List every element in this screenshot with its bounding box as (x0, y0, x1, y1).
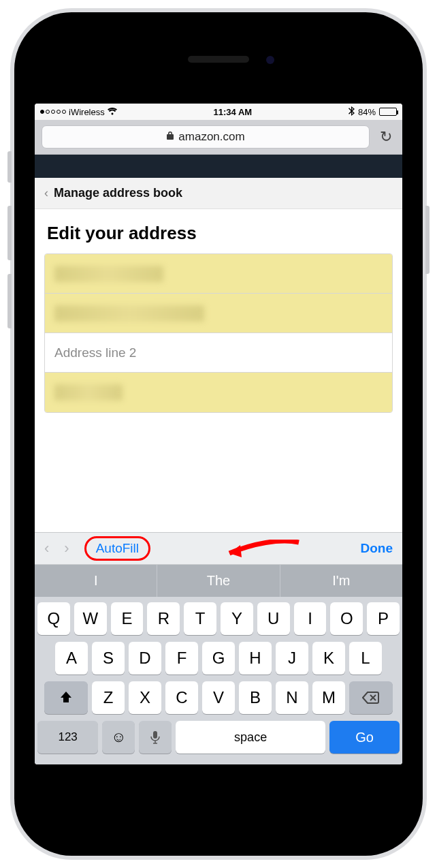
prediction-1[interactable]: I (35, 565, 157, 597)
key-m[interactable]: M (312, 681, 345, 714)
key-n[interactable]: N (276, 681, 308, 714)
address-form: Address line 2 (44, 253, 393, 413)
browser-url-bar[interactable]: amazon.com ↻ (35, 120, 402, 155)
key-f[interactable]: F (165, 642, 198, 675)
key-j[interactable]: J (276, 642, 308, 675)
breadcrumb-label: Manage address book (54, 186, 182, 200)
emoji-key[interactable]: ☺ (102, 721, 135, 754)
status-bar: iWireless 11:34 AM 84% (35, 104, 402, 120)
key-y[interactable]: Y (221, 602, 253, 635)
reload-button[interactable]: ↻ (376, 128, 395, 146)
keyboard-row-3: Z X C V B N M (37, 681, 400, 714)
lock-icon (166, 130, 174, 144)
url-field[interactable]: amazon.com (42, 125, 370, 149)
keyboard-accessory-bar: ‹ › AutoFill Done (35, 532, 402, 565)
signal-strength-icon (40, 110, 66, 114)
address-line2-field[interactable]: Address line 2 (45, 333, 392, 373)
autofill-button[interactable]: AutoFill (84, 536, 150, 561)
wifi-icon (108, 107, 117, 117)
city-field[interactable] (45, 373, 392, 412)
space-key[interactable]: space (176, 721, 325, 754)
breadcrumb-back[interactable]: ‹ Manage address book (35, 178, 402, 209)
chevron-left-icon: ‹ (44, 186, 48, 200)
battery-percent: 84% (358, 107, 376, 117)
svg-rect-0 (153, 731, 157, 739)
keyboard-row-4: 123 ☺ space Go (37, 721, 400, 754)
key-i[interactable]: I (294, 602, 327, 635)
name-field[interactable] (45, 254, 392, 294)
key-u[interactable]: U (257, 602, 290, 635)
key-l[interactable]: L (349, 642, 382, 675)
key-e[interactable]: E (111, 602, 144, 635)
keyboard: Q W E R T Y U I O P A S D (35, 597, 402, 764)
screen: iWireless 11:34 AM 84% (35, 104, 402, 764)
key-z[interactable]: Z (92, 681, 125, 714)
prediction-2[interactable]: The (157, 565, 280, 597)
go-key[interactable]: Go (329, 721, 400, 754)
clock: 11:34 AM (117, 107, 349, 117)
key-k[interactable]: K (312, 642, 345, 675)
prediction-3[interactable]: I'm (280, 565, 402, 597)
key-p[interactable]: P (367, 602, 400, 635)
key-g[interactable]: G (202, 642, 235, 675)
key-x[interactable]: X (129, 681, 161, 714)
annotation-arrow (225, 540, 300, 559)
key-c[interactable]: C (165, 681, 198, 714)
key-a[interactable]: A (55, 642, 88, 675)
web-page: ‹ Manage address book Edit your address … (35, 155, 402, 532)
phone-frame: iWireless 11:34 AM 84% (10, 8, 427, 860)
site-header-banner (35, 155, 402, 178)
predictive-row: I The I'm (35, 565, 402, 597)
key-w[interactable]: W (74, 602, 107, 635)
address-line2-placeholder: Address line 2 (54, 345, 136, 360)
keyboard-row-1: Q W E R T Y U I O P (37, 602, 400, 635)
keyboard-row-2: A S D F G H J K L (37, 642, 400, 675)
numbers-key[interactable]: 123 (37, 721, 98, 754)
next-field-button[interactable]: › (64, 540, 69, 557)
key-t[interactable]: T (184, 602, 216, 635)
page-title: Edit your address (35, 209, 402, 253)
key-v[interactable]: V (202, 681, 235, 714)
done-button[interactable]: Done (361, 541, 393, 556)
shift-key[interactable] (44, 681, 88, 714)
url-domain: amazon.com (178, 130, 244, 144)
key-h[interactable]: H (239, 642, 272, 675)
carrier-label: iWireless (69, 107, 105, 117)
key-d[interactable]: D (129, 642, 161, 675)
key-q[interactable]: Q (37, 602, 70, 635)
key-r[interactable]: R (147, 602, 180, 635)
key-b[interactable]: B (239, 681, 272, 714)
key-s[interactable]: S (92, 642, 125, 675)
dictation-key[interactable] (139, 721, 172, 754)
bluetooth-icon (349, 106, 355, 118)
address-line1-field[interactable] (45, 294, 392, 333)
battery-icon (379, 108, 397, 116)
prev-field-button[interactable]: ‹ (44, 540, 49, 557)
key-o[interactable]: O (330, 602, 363, 635)
backspace-key[interactable] (349, 681, 393, 714)
